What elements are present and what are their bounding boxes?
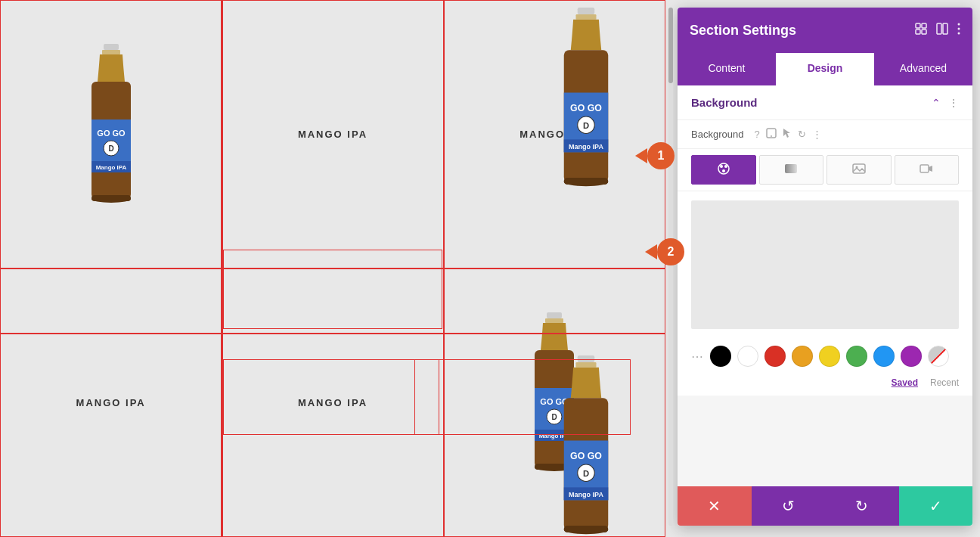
svg-point-50 — [958, 23, 960, 26]
color-preview-area[interactable] — [691, 200, 959, 329]
bottle-1: GO GO D Mango IPA — [81, 44, 141, 225]
svg-text:GO GO: GO GO — [570, 451, 602, 461]
cell-bottle-1: GO GO D Mango IPA — [0, 0, 222, 268]
mango-label-3: MANGO IPA — [76, 397, 146, 408]
svg-point-57 — [724, 165, 727, 168]
undo-icon: ↺ — [782, 497, 795, 515]
svg-rect-1 — [102, 50, 120, 54]
cell-text-1: MANGO IPA — [222, 0, 443, 268]
undo-small-icon[interactable]: ↻ — [798, 129, 806, 140]
resize-icon[interactable] — [915, 23, 927, 38]
bg-type-image[interactable] — [826, 155, 892, 185]
undo-button[interactable]: ↺ — [752, 486, 826, 526]
help-icon[interactable]: ? — [754, 129, 759, 140]
bg-row-label: Background — [691, 129, 743, 140]
annotation-2-badge: 2 — [657, 238, 684, 265]
swatch-custom[interactable] — [928, 346, 949, 367]
saved-button[interactable]: Saved — [892, 377, 918, 388]
bg-row-icons: ? ↻ ⋮ — [754, 128, 821, 141]
recent-button[interactable]: Recent — [930, 377, 959, 388]
svg-rect-0 — [104, 44, 119, 50]
panel-footer: ✕ ↺ ↻ ✓ — [678, 486, 972, 526]
annotation-2-container: 2 — [645, 238, 684, 265]
svg-rect-23 — [576, 14, 597, 20]
svg-point-51 — [958, 28, 960, 30]
svg-rect-44 — [916, 23, 920, 28]
annotation-1-arrow — [635, 148, 647, 163]
cell-bottle-3: GO GO D Mango IPA — [552, 8, 620, 318]
columns-icon[interactable] — [936, 23, 948, 38]
cell-text-4: MANGO IPA — [222, 268, 443, 537]
svg-text:Mango IPA: Mango IPA — [569, 491, 603, 498]
panel-title: Section Settings — [690, 23, 796, 39]
svg-text:Mango IPA: Mango IPA — [95, 164, 126, 171]
swatch-red[interactable] — [764, 346, 786, 367]
annotation-2-arrow — [645, 244, 657, 259]
swatch-yellow[interactable] — [819, 346, 840, 367]
cell-text-3: MANGO IPA — [0, 268, 222, 537]
swatch-white[interactable] — [737, 346, 758, 367]
svg-rect-33 — [578, 355, 595, 362]
chevron-up-icon[interactable]: ⌃ — [932, 97, 941, 109]
cursor-icon[interactable] — [783, 128, 792, 141]
cell-bottle-4: GO GO D Mango IPA — [552, 355, 620, 537]
panel-body: Background ⌃ ⋮ Background ? ↻ — [678, 85, 972, 486]
cancel-button[interactable]: ✕ — [678, 486, 752, 526]
section-header-right: ⌃ ⋮ — [932, 97, 959, 109]
svg-point-52 — [958, 33, 960, 35]
svg-text:D: D — [583, 121, 589, 130]
background-section: Background ⌃ ⋮ Background ? ↻ — [678, 85, 972, 396]
swatch-black[interactable] — [710, 346, 731, 367]
svg-text:Mango IPA: Mango IPA — [569, 143, 603, 151]
save-icon: ✓ — [929, 497, 942, 515]
svg-text:GO GO: GO GO — [570, 103, 602, 113]
mango-label-1: MANGO IPA — [298, 129, 368, 140]
redo-icon: ↻ — [855, 497, 868, 515]
svg-rect-12 — [545, 318, 563, 323]
svg-text:GO GO: GO GO — [97, 129, 126, 138]
panel-scrollbar[interactable] — [668, 8, 673, 526]
swatch-green[interactable] — [846, 346, 867, 367]
svg-rect-34 — [576, 362, 597, 368]
more-colors-icon[interactable]: ⋯ — [691, 349, 704, 364]
svg-rect-32 — [564, 178, 609, 185]
more-icon[interactable] — [957, 23, 960, 38]
svg-rect-49 — [943, 23, 947, 34]
bg-type-video[interactable] — [895, 155, 960, 185]
bg-type-tabs — [678, 149, 972, 191]
panel-tabs: Content Design Advanced — [678, 53, 972, 85]
saved-recent-row: Saved Recent — [678, 374, 972, 396]
bg-more-icon[interactable]: ⋮ — [812, 129, 822, 140]
tab-design[interactable]: Design — [776, 53, 874, 85]
section-header: Background ⌃ ⋮ — [678, 85, 972, 120]
svg-point-56 — [720, 165, 723, 168]
svg-rect-22 — [578, 8, 595, 14]
bg-type-gradient[interactable] — [759, 155, 824, 185]
swatch-blue[interactable] — [873, 346, 895, 367]
swatch-purple[interactable] — [901, 346, 922, 367]
save-button[interactable]: ✓ — [899, 486, 973, 526]
background-row: Background ? ↻ ⋮ — [678, 120, 972, 149]
svg-rect-45 — [922, 23, 926, 28]
panel-header-icons — [915, 23, 960, 38]
svg-rect-48 — [937, 23, 941, 34]
swatch-orange[interactable] — [792, 346, 813, 367]
svg-rect-43 — [564, 526, 609, 532]
svg-rect-59 — [785, 164, 797, 173]
svg-text:D: D — [108, 144, 113, 153]
cancel-icon: ✕ — [708, 497, 721, 515]
svg-rect-62 — [920, 165, 929, 172]
annotation-1-container: 1 — [635, 142, 675, 169]
panel-header: Section Settings — [678, 8, 972, 53]
mango-label-4: MANGO IPA — [298, 397, 368, 408]
redo-button[interactable]: ↻ — [825, 486, 899, 526]
tab-content[interactable]: Content — [678, 53, 776, 85]
section-more-icon[interactable]: ⋮ — [948, 97, 959, 109]
bg-type-color[interactable] — [691, 155, 756, 185]
tab-advanced[interactable]: Advanced — [874, 53, 972, 85]
section-title: Background — [691, 96, 758, 109]
svg-rect-10 — [91, 195, 131, 201]
svg-rect-47 — [922, 29, 926, 34]
tablet-icon[interactable] — [766, 128, 777, 141]
annotation-1-badge: 1 — [647, 142, 675, 169]
